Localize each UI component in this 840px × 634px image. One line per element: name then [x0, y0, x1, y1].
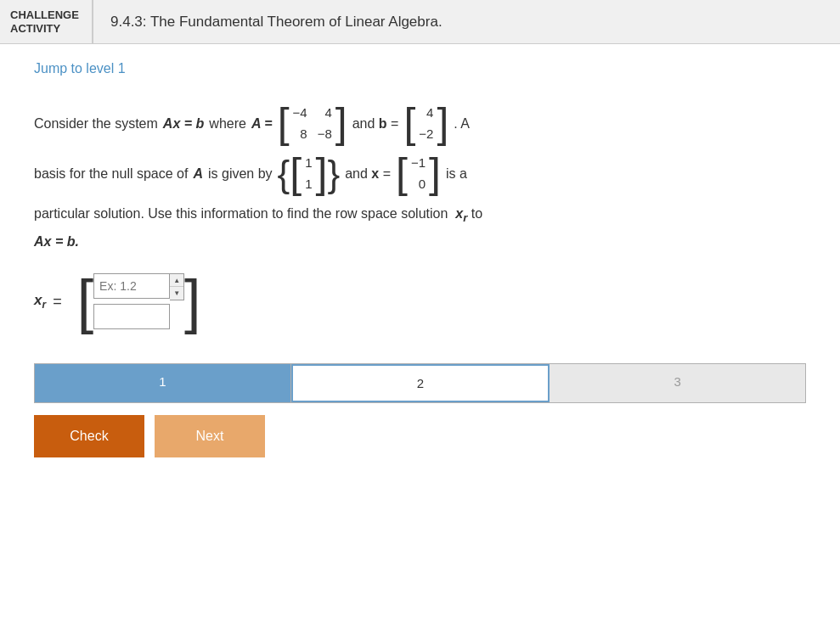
null-basis-set: { [ 1 1 ] }: [278, 152, 341, 195]
xr-bottom-input[interactable]: [93, 304, 170, 329]
equation-line-3: particular solution. Use this informatio…: [34, 202, 806, 228]
intro-text: Consider the system: [34, 107, 158, 141]
null-basis-cells: 1 1: [302, 152, 315, 195]
bracket-right-input: ]: [184, 278, 200, 325]
xr-label: xr =: [34, 292, 69, 311]
equation-line-2: basis for the null space of A is given b…: [34, 152, 806, 195]
and-x-text: and x =: [345, 157, 391, 191]
bracket-right-b: ]: [437, 104, 448, 143]
spinner-arrows-top: ▲ ▼: [170, 273, 184, 300]
input-column: ▲ ▼: [93, 273, 184, 329]
level-tab-2[interactable]: 2: [291, 364, 550, 402]
header-title: 9.4.3: The Fundamental Theorem of Linear…: [93, 14, 459, 31]
bracket-left-x: [: [396, 154, 408, 193]
top-input-spinner: ▲ ▼: [93, 273, 184, 300]
input-section: xr = [ ▲ ▼ ]: [34, 273, 806, 329]
A-label: A =: [251, 107, 273, 141]
xr-inline: xr: [452, 206, 471, 221]
bracket-left-b: [: [403, 104, 415, 143]
is-given-by-text: is given by: [208, 157, 273, 191]
content-area: Jump to level 1 Consider the system Ax =…: [0, 44, 840, 474]
particular-x-cells: −1 0: [408, 152, 429, 195]
check-button[interactable]: Check: [34, 415, 144, 457]
curly-right: }: [327, 157, 340, 191]
jump-to-level-link[interactable]: Jump to level 1: [34, 61, 126, 76]
challenge-label-line2: ACTIVITY: [10, 22, 79, 36]
next-button[interactable]: Next: [155, 415, 265, 457]
matrix-b: [ 4 −2 ]: [403, 102, 448, 145]
final-equation-line: Ax = b.: [34, 227, 806, 256]
challenge-label-line1: CHALLENGE: [10, 8, 79, 22]
matrix-b-cells: 4 −2: [415, 102, 437, 145]
eq-sign: =: [53, 293, 62, 311]
ax-eq-b: Ax = b: [163, 107, 204, 141]
equation-line-1: Consider the system Ax = b where A = [ −…: [34, 102, 806, 145]
final-eq-text: Ax = b.: [34, 234, 79, 249]
button-row: Check Next: [34, 415, 806, 457]
matrix-A-cells: −4 4 8 −8: [290, 102, 335, 145]
matrix-A: [ −4 4 8 −8 ]: [278, 102, 347, 145]
particular-x-matrix: [ −1 0 ]: [396, 152, 441, 195]
curly-left: {: [278, 157, 290, 191]
bracket-right-A: ]: [335, 104, 347, 143]
level-tab-3[interactable]: 3: [550, 364, 805, 402]
bracket-left-A: [: [278, 104, 290, 143]
bracket-left-null: [: [290, 154, 302, 193]
challenge-label: CHALLENGE ACTIVITY: [0, 0, 93, 43]
input-matrix-wrap: [ ▲ ▼ ]: [77, 273, 201, 329]
spinner-down-top[interactable]: ▼: [170, 287, 183, 300]
is-a-text: is a: [446, 157, 467, 191]
and-b-text: and b =: [352, 107, 399, 141]
null-basis-matrix: [ 1 1 ]: [290, 152, 327, 195]
bracket-left-input: [: [77, 278, 93, 325]
basis-text: basis for the null space of: [34, 157, 188, 191]
A-italic-2: A: [193, 157, 203, 191]
level-tab-1[interactable]: 1: [35, 364, 291, 402]
problem-text: Consider the system Ax = b where A = [ −…: [34, 102, 806, 256]
period-a-text: . A: [454, 107, 470, 141]
to-text: to: [471, 206, 482, 221]
header: CHALLENGE ACTIVITY 9.4.3: The Fundamenta…: [0, 0, 840, 44]
bracket-right-null: ]: [316, 154, 328, 193]
bracket-right-x: ]: [429, 154, 441, 193]
spinner-up-top[interactable]: ▲: [170, 274, 183, 287]
xr-top-input[interactable]: [93, 273, 170, 299]
particular-solution-text: particular solution. Use this informatio…: [34, 202, 482, 228]
where-text: where: [209, 107, 246, 141]
level-tabs: 1 2 3: [34, 363, 806, 403]
